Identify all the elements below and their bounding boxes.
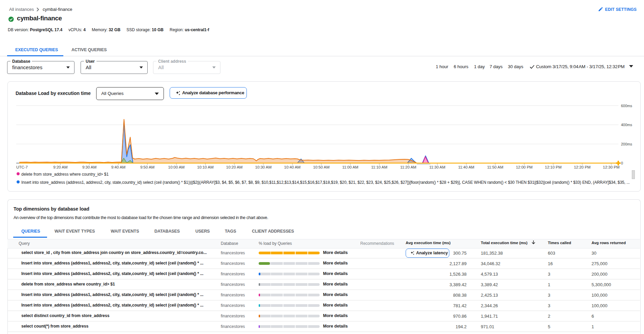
svg-text:10:10 AM: 10:10 AM	[197, 165, 214, 169]
svg-text:12:10 PM: 12:10 PM	[545, 165, 561, 169]
svg-text:9:30 AM: 9:30 AM	[82, 165, 96, 169]
svg-text:UTC-7: UTC-7	[16, 165, 28, 169]
svg-text:11:50 AM: 11:50 AM	[487, 165, 503, 169]
svg-text:12:00 PM: 12:00 PM	[516, 165, 533, 169]
svg-text:10:50 AM: 10:50 AM	[313, 165, 330, 169]
svg-text:11:40 AM: 11:40 AM	[458, 165, 474, 169]
svg-text:9:20 AM: 9:20 AM	[53, 165, 67, 169]
svg-text:200ms: 200ms	[621, 142, 632, 146]
svg-text:10:20 AM: 10:20 AM	[226, 165, 243, 169]
svg-text:10:00 AM: 10:00 AM	[168, 165, 185, 169]
svg-text:10:40 AM: 10:40 AM	[284, 165, 301, 169]
svg-text:0: 0	[621, 161, 623, 165]
svg-text:11:20 AM: 11:20 AM	[400, 165, 416, 169]
svg-text:10:30 AM: 10:30 AM	[255, 165, 272, 169]
svg-text:11:00 AM: 11:00 AM	[342, 165, 359, 169]
svg-text:600ms: 600ms	[621, 104, 632, 108]
svg-text:12:20 PM: 12:20 PM	[574, 165, 591, 169]
svg-text:400ms: 400ms	[621, 123, 632, 127]
svg-text:12:30 PM: 12:30 PM	[603, 165, 620, 169]
svg-text:11:10 AM: 11:10 AM	[371, 165, 387, 169]
svg-text:11:30 AM: 11:30 AM	[429, 165, 446, 169]
svg-text:9:40 AM: 9:40 AM	[111, 165, 125, 169]
svg-text:9:50 AM: 9:50 AM	[140, 165, 154, 169]
